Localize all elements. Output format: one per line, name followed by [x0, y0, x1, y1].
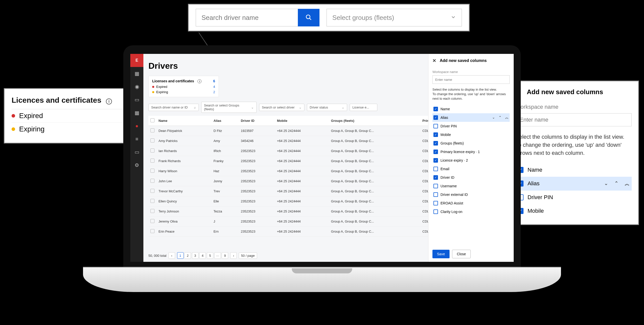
- list-icon[interactable]: ≡: [130, 132, 143, 146]
- column-option[interactable]: Driver PIN: [515, 191, 632, 204]
- table-column-header[interactable]: Name: [156, 116, 212, 126]
- checkbox[interactable]: ✓: [433, 132, 438, 137]
- table-column-header[interactable]: Groups (fleets): [329, 116, 420, 126]
- column-option[interactable]: ✓Mobile: [515, 204, 632, 218]
- page-number-button[interactable]: 3: [192, 252, 198, 259]
- row-checkbox[interactable]: [150, 138, 154, 142]
- panel-column-option[interactable]: Username: [432, 182, 510, 190]
- page-number-button[interactable]: 2: [184, 252, 191, 259]
- checkbox[interactable]: [433, 201, 438, 205]
- document-icon[interactable]: ▭: [130, 146, 143, 159]
- page-next-button[interactable]: ›: [230, 252, 237, 259]
- panel-column-option[interactable]: Driver external ID: [432, 190, 510, 199]
- location-pin-icon[interactable]: ◉: [130, 80, 143, 93]
- close-button[interactable]: Close: [452, 250, 471, 258]
- per-page-select[interactable]: 50 / page: [239, 252, 257, 259]
- page-number-button[interactable]: 4: [199, 252, 206, 259]
- truck-icon[interactable]: ▦: [130, 106, 143, 119]
- save-button[interactable]: Save: [432, 250, 450, 258]
- checkbox[interactable]: [433, 192, 438, 197]
- page-number-button[interactable]: ···: [214, 252, 221, 259]
- checkbox[interactable]: [433, 184, 438, 188]
- checkbox[interactable]: [433, 209, 438, 214]
- table-column-header[interactable]: Driver ID: [239, 116, 275, 126]
- app-logo[interactable]: E: [130, 54, 143, 67]
- panel-column-option[interactable]: EROAD Assist: [432, 199, 510, 207]
- panel-column-option[interactable]: ✓Primary licence expiry · 1: [432, 148, 510, 156]
- filter-groups[interactable]: Search or select Groups (fleets)⌄: [201, 102, 257, 113]
- row-checkbox[interactable]: [150, 169, 154, 173]
- columns-callout: ✕ Add new saved columns Workspace name S…: [508, 81, 639, 225]
- total-count: 50, 000 total: [148, 254, 167, 258]
- summary-title: Licenses and certificates: [152, 79, 194, 83]
- chevron-up-icon[interactable]: ⌃: [499, 115, 502, 120]
- close-icon[interactable]: ✕: [432, 58, 436, 63]
- row-checkbox[interactable]: [150, 159, 154, 163]
- row-checkbox[interactable]: [150, 199, 154, 203]
- panel-column-option[interactable]: ✓Groups (fleets): [432, 139, 510, 148]
- panel-help-text: Select the columns to display in the lis…: [432, 87, 510, 101]
- panel-column-option[interactable]: ✓Alias ⌄⌃︽: [432, 113, 510, 122]
- sidebar-nav: E ▦ ◉ ▭ ▦ ● ≡ ▭ ⚙: [130, 54, 143, 262]
- row-checkbox[interactable]: [150, 128, 154, 132]
- status-dot-icon: [12, 127, 15, 131]
- checkbox[interactable]: [433, 124, 438, 128]
- row-checkbox[interactable]: [150, 209, 154, 213]
- panel-workspace-input[interactable]: [432, 75, 510, 84]
- workspace-name-input[interactable]: [515, 113, 632, 126]
- row-checkbox[interactable]: [150, 179, 154, 183]
- filter-status[interactable]: Driver status⌄: [307, 104, 347, 111]
- page-number-button[interactable]: 1: [177, 252, 184, 259]
- panel-column-option[interactable]: Clarity Log-on: [432, 207, 510, 216]
- dashboard-icon[interactable]: ▦: [130, 67, 143, 80]
- search-button[interactable]: [298, 9, 319, 26]
- chat-icon[interactable]: ▭: [130, 93, 143, 106]
- double-chevron-up-icon[interactable]: ︽: [505, 115, 509, 120]
- panel-column-option[interactable]: ✓Licence expiry · 2: [432, 156, 510, 165]
- panel-column-option[interactable]: ✓Name: [432, 105, 510, 113]
- double-chevron-up-icon[interactable]: ︽: [625, 180, 630, 187]
- info-icon[interactable]: i: [197, 79, 202, 83]
- checkbox[interactable]: [433, 167, 438, 171]
- chevron-down-icon: [451, 14, 456, 22]
- filter-driver[interactable]: Search or select driver⌄: [259, 104, 304, 111]
- checkbox[interactable]: ✓: [433, 141, 438, 146]
- filter-license[interactable]: License e...: [350, 104, 377, 111]
- group-select-dropdown[interactable]: Select groups (fleets): [327, 9, 462, 26]
- group-select-placeholder: Select groups (fleets): [332, 14, 394, 22]
- info-icon[interactable]: i: [106, 98, 112, 104]
- panel-column-option[interactable]: Driver PIN: [432, 122, 510, 130]
- panel-column-option[interactable]: Email: [432, 165, 510, 173]
- panel-workspace-label: Workspace name: [432, 70, 510, 74]
- top-search-callout: Select groups (fleets): [188, 4, 470, 31]
- search-driver-input[interactable]: [196, 9, 298, 26]
- row-checkbox[interactable]: [150, 229, 154, 233]
- page-number-button[interactable]: 5: [207, 252, 213, 259]
- laptop-mockup: E ▦ ◉ ▭ ▦ ● ≡ ▭ ⚙ Drivers Licenses and c…: [123, 45, 521, 292]
- column-option[interactable]: ✓Name: [515, 163, 632, 177]
- row-checkbox[interactable]: [150, 189, 154, 193]
- checkbox[interactable]: ✓: [433, 107, 438, 111]
- gear-icon[interactable]: ⚙: [130, 159, 143, 172]
- select-all-checkbox[interactable]: [150, 118, 154, 122]
- checkbox[interactable]: ✓: [433, 150, 438, 154]
- chevron-down-icon: ⌄: [299, 105, 302, 109]
- checkbox[interactable]: ✓: [433, 115, 438, 120]
- filter-search-driver[interactable]: Search driver name or ID⌕: [148, 104, 199, 111]
- row-checkbox[interactable]: [150, 219, 154, 223]
- status-dot-icon: [12, 114, 15, 118]
- person-icon[interactable]: ●: [130, 119, 143, 132]
- chevron-down-icon[interactable]: ⌄: [604, 180, 608, 187]
- checkbox[interactable]: ✓: [433, 158, 438, 163]
- table-column-header[interactable]: Alias: [212, 116, 239, 126]
- chevron-up-icon[interactable]: ⌃: [614, 180, 619, 187]
- panel-column-option[interactable]: ✓Mobile: [432, 130, 510, 139]
- table-column-header[interactable]: Mobile: [275, 116, 329, 126]
- checkbox[interactable]: ✓: [433, 175, 438, 180]
- page-number-button[interactable]: 9: [222, 252, 228, 259]
- row-checkbox[interactable]: [150, 149, 154, 153]
- panel-column-option[interactable]: ✓Driver ID: [432, 173, 510, 182]
- page-prev-button[interactable]: ‹: [169, 252, 175, 259]
- column-option[interactable]: ✓Alias ⌄⌃︽: [515, 177, 632, 191]
- chevron-down-icon[interactable]: ⌄: [492, 115, 495, 120]
